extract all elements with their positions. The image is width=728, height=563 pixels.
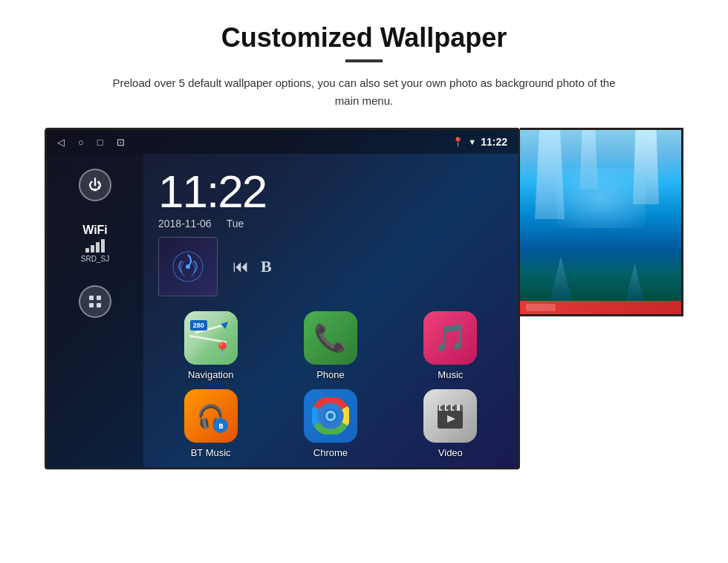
wifi-bar-4 xyxy=(101,239,105,253)
nav-shield: 280 xyxy=(190,320,207,331)
video-clapperboard-icon xyxy=(432,397,469,435)
bt-badge: ʙ xyxy=(213,418,228,433)
media-area: ⏮ B xyxy=(143,237,518,296)
nav-icon-inner: 280 📍 ▲ xyxy=(184,311,238,365)
recents-button[interactable]: □ xyxy=(97,137,103,148)
signal-icon: ▼ xyxy=(468,137,476,146)
nav-buttons: ◁ ○ □ ⊡ xyxy=(57,137,125,148)
wifi-bar-3 xyxy=(96,242,100,253)
clock-date-value: 2018-11-06 xyxy=(158,218,212,230)
status-time: 11:22 xyxy=(481,136,507,148)
video-app-icon xyxy=(423,389,477,443)
page-description: Preload over 5 default wallpaper options… xyxy=(104,74,624,110)
status-right: 📍 ▼ 11:22 xyxy=(452,136,507,148)
svg-rect-1 xyxy=(97,296,101,300)
media-controls: ⏮ B xyxy=(225,257,272,276)
power-icon: ⏻ xyxy=(88,178,102,193)
svg-rect-3 xyxy=(97,303,101,307)
page-wrapper: Customized Wallpaper Preload over 5 defa… xyxy=(0,0,728,484)
clock-area: 11:22 2018-11-06 Tue xyxy=(143,154,518,237)
wallpaper-divider xyxy=(520,301,681,314)
bt-music-app-label: BT Music xyxy=(191,447,231,458)
wifi-bar-1 xyxy=(85,248,89,253)
clock-time: 11:22 xyxy=(158,169,503,215)
wallpaper-top-ice-cave xyxy=(520,130,681,301)
clock-day-value: Tue xyxy=(227,218,244,230)
next-track-letter: B xyxy=(261,257,272,276)
wifi-widget: WiFi SRD_SJ xyxy=(81,224,109,263)
chrome-app-label: Chrome xyxy=(313,447,348,458)
page-title: Customized Wallpaper xyxy=(45,22,683,53)
chrome-svg-icon xyxy=(312,397,349,435)
back-button[interactable]: ◁ xyxy=(57,137,65,148)
prev-track-button[interactable]: ⏮ xyxy=(233,257,249,276)
music-app-icon: 🎵 xyxy=(423,311,477,365)
power-button[interactable]: ⏻ xyxy=(79,169,111,201)
svg-rect-15 xyxy=(457,405,460,411)
wifi-ssid: SRD_SJ xyxy=(81,255,109,263)
phone-app-icon: 📞 xyxy=(304,311,357,365)
bt-icon-container: 🎧 ʙ xyxy=(192,397,230,435)
device-container: ◁ ○ □ ⊡ 📍 ▼ 11:22 ⏻ xyxy=(45,128,683,469)
app-item-phone[interactable]: 📞 Phone xyxy=(274,311,386,382)
svg-point-9 xyxy=(328,413,334,419)
grid-icon xyxy=(88,294,103,309)
wifi-bar-2 xyxy=(91,245,94,253)
status-bar: ◁ ○ □ ⊡ 📍 ▼ 11:22 xyxy=(47,130,518,154)
clock-date: 2018-11-06 Tue xyxy=(158,218,503,230)
phone-app-label: Phone xyxy=(316,369,345,380)
app-item-chrome[interactable]: Chrome xyxy=(274,389,386,460)
title-divider xyxy=(345,59,383,62)
nav-marker: 📍 xyxy=(213,341,232,359)
app-item-music[interactable]: 🎵 Music xyxy=(394,311,507,382)
phone-icon: 📞 xyxy=(313,322,347,354)
navigation-app-label: Navigation xyxy=(188,369,233,380)
wifi-bars xyxy=(81,239,109,253)
left-sidebar: ⏻ WiFi SRD_SJ xyxy=(47,154,143,467)
music-icon: 🎵 xyxy=(434,322,467,354)
video-app-label: Video xyxy=(438,447,463,458)
app-item-video[interactable]: Video xyxy=(394,389,507,460)
chrome-app-icon xyxy=(304,389,357,443)
app-item-bt-music[interactable]: 🎧 ʙ BT Music xyxy=(155,389,267,460)
home-button[interactable]: ○ xyxy=(78,137,84,148)
music-app-label: Music xyxy=(438,369,463,380)
android-screen: ◁ ○ □ ⊡ 📍 ▼ 11:22 ⏻ xyxy=(45,128,520,469)
app-item-navigation[interactable]: 280 📍 ▲ Navigation xyxy=(155,311,267,382)
wireless-icon xyxy=(170,249,206,284)
navigation-app-icon: 280 📍 ▲ xyxy=(184,311,238,365)
svg-rect-2 xyxy=(89,303,94,307)
android-content: ⏻ WiFi SRD_SJ xyxy=(47,154,518,467)
bt-music-app-icon: 🎧 ʙ xyxy=(184,389,238,443)
apps-grid-button[interactable] xyxy=(79,285,111,318)
location-icon: 📍 xyxy=(452,137,464,147)
main-area: 11:22 2018-11-06 Tue xyxy=(143,154,518,467)
wallpaper-panels: CarSetting xyxy=(520,128,683,316)
app-grid: 280 📍 ▲ Navigation xyxy=(143,304,518,467)
wifi-label: WiFi xyxy=(81,224,109,237)
screenshot-button[interactable]: ⊡ xyxy=(117,137,125,148)
svg-rect-0 xyxy=(89,296,94,300)
media-icon xyxy=(158,237,218,296)
